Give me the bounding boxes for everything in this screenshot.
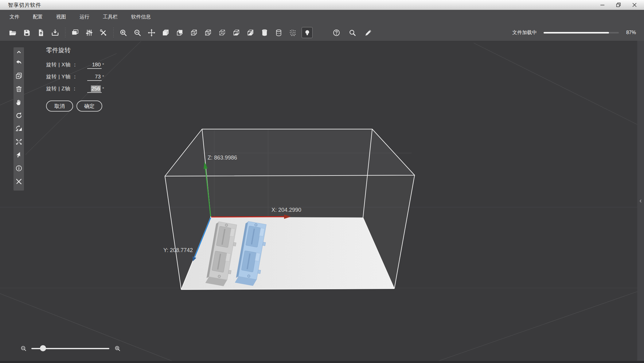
toolbar-separator — [65, 28, 65, 37]
info-icon[interactable] — [14, 162, 24, 175]
right-panel-toggle[interactable] — [637, 41, 644, 361]
toolbar: 文件加载中 87% — [0, 24, 644, 41]
cancel-button[interactable]: 取消 — [46, 101, 73, 112]
zoom-in-icon[interactable] — [118, 27, 128, 38]
tools-wrench-icon[interactable] — [98, 27, 108, 38]
rotation-value-y: 73 — [95, 74, 101, 80]
rotation-input-x[interactable]: 180 — [87, 62, 102, 69]
progress-label: 文件加载中 — [512, 30, 537, 36]
progress-percent: 87% — [626, 30, 636, 35]
help-icon[interactable] — [331, 27, 342, 38]
rotation-value-x: 180 — [92, 62, 101, 68]
zoom-out-icon[interactable] — [132, 27, 142, 38]
zoom-in-glass-icon[interactable] — [114, 345, 121, 352]
expand-arrows-icon[interactable] — [14, 135, 24, 148]
close-icon[interactable] — [630, 1, 638, 9]
zoom-slider[interactable] — [31, 345, 109, 351]
menu-item-3[interactable]: 运行 — [75, 12, 94, 22]
cube-hidden-dashed-icon[interactable] — [189, 27, 199, 38]
degree-unit: ° — [102, 74, 104, 79]
pan-hand-icon[interactable] — [14, 96, 24, 109]
toolbar-right-icons — [331, 27, 379, 38]
window-title: 智享切片软件 — [8, 2, 41, 9]
collapse-up-icon[interactable] — [14, 48, 24, 56]
restore-icon[interactable] — [615, 1, 623, 9]
viewport-zoom-control — [20, 342, 121, 354]
point-cloud-icon[interactable] — [287, 27, 298, 38]
cylinder-solid-icon[interactable] — [259, 27, 270, 38]
titlebar: 智享切片软件 — [0, 0, 644, 10]
file-loading-area: 文件加载中 87% — [512, 30, 644, 36]
rotation-rows: 旋转 | X轴 ：180°旋转 | Y轴 ：73°旋转 | Z轴 ：256° — [46, 61, 120, 93]
save-icon[interactable] — [21, 27, 32, 38]
delete-trash-icon[interactable] — [14, 82, 24, 96]
rotation-input-z[interactable]: 256 — [87, 86, 102, 93]
mirror-flip-icon[interactable] — [14, 122, 24, 135]
rotation-label-z: 旋转 | Z轴 ： — [46, 85, 87, 92]
rotation-label-x: 旋转 | X轴 ： — [46, 61, 87, 68]
open-folder-icon[interactable] — [7, 27, 18, 38]
cube-inner-axes-icon[interactable] — [203, 27, 213, 38]
bottom-strip — [0, 361, 644, 363]
degree-unit: ° — [102, 62, 104, 67]
cube-diagonal-icon[interactable] — [245, 27, 256, 38]
menu-item-5[interactable]: 软件信息 — [127, 12, 155, 22]
rotate-ccw-icon[interactable] — [14, 109, 24, 122]
import-tray-icon[interactable] — [50, 27, 60, 38]
menu-item-4[interactable]: 工具栏 — [98, 12, 122, 22]
rotation-panel-title: 零件旋转 — [46, 46, 120, 54]
cube-dotted-icon[interactable] — [217, 27, 227, 38]
pen-icon[interactable] — [363, 27, 373, 38]
rotation-label-y: 旋转 | Y轴 ： — [46, 73, 87, 80]
light-bulb-icon[interactable] — [302, 27, 313, 38]
toolbar-groups — [0, 27, 316, 38]
add-copy-icon[interactable] — [14, 69, 24, 82]
display-settings-icon[interactable] — [70, 27, 80, 38]
menu-item-1[interactable]: 配置 — [28, 12, 47, 22]
cube-solid-icon[interactable] — [160, 27, 171, 38]
cross-tools-icon[interactable] — [14, 175, 24, 188]
rotation-panel: 零件旋转 旋转 | X轴 ：180°旋转 | Y轴 ：73°旋转 | Z轴 ：2… — [46, 46, 120, 112]
window-controls — [599, 1, 638, 9]
rotation-row-x: 旋转 | X轴 ：180° — [46, 61, 120, 69]
degree-unit: ° — [102, 86, 104, 91]
chevron-left-icon — [638, 198, 643, 204]
side-toolbar — [14, 47, 24, 191]
confirm-button[interactable]: 确定 — [76, 101, 102, 112]
zoom-slider-thumb[interactable] — [40, 345, 46, 351]
cylinder-wireframe-icon[interactable] — [273, 27, 284, 38]
toolbar-separator — [113, 28, 114, 37]
minimize-icon[interactable] — [599, 1, 607, 9]
progress-bar — [544, 32, 619, 34]
select-cursor-icon[interactable] — [14, 148, 24, 162]
rotation-input-y[interactable]: 73 — [87, 74, 102, 81]
export-file-icon[interactable] — [36, 27, 46, 38]
zoom-out-glass-icon[interactable] — [20, 345, 27, 352]
rotation-buttons: 取消 确定 — [46, 101, 120, 112]
probe-search-icon[interactable] — [347, 27, 357, 38]
menubar: 文件配置视图运行工具栏软件信息 — [0, 10, 644, 25]
rotation-row-y: 旋转 | Y轴 ：73° — [46, 73, 120, 81]
rotation-row-z: 旋转 | Z轴 ：256° — [46, 85, 120, 93]
cube-bottom-face-icon[interactable] — [231, 27, 241, 38]
undo-icon[interactable] — [14, 56, 24, 69]
menu-item-0[interactable]: 文件 — [5, 12, 24, 22]
progress-bar-fill — [544, 32, 609, 34]
menu-item-2[interactable]: 视图 — [52, 12, 71, 22]
adjust-sliders-icon[interactable] — [84, 27, 94, 38]
move-icon[interactable] — [146, 27, 157, 38]
rotation-value-z: 256 — [91, 85, 101, 92]
cube-back-face-icon[interactable] — [174, 27, 185, 38]
